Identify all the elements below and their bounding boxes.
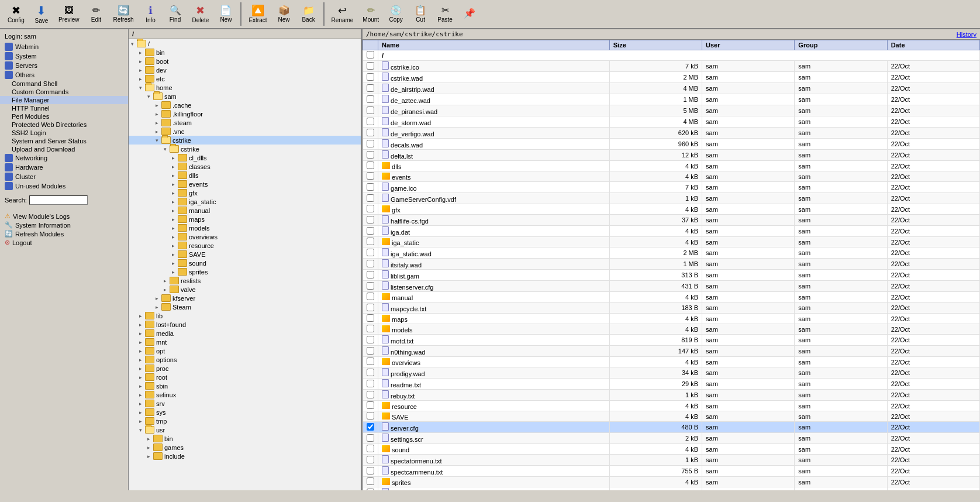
tree-item-lib[interactable]: ▸lib (129, 311, 361, 320)
col-name-header[interactable]: Name (378, 40, 610, 50)
table-row[interactable]: events 4 kB sam sam 22/Oct (363, 171, 980, 182)
row-checkbox[interactable] (367, 412, 374, 420)
cell-name[interactable]: de_aztec.wad (378, 94, 610, 105)
search-input[interactable] (29, 195, 88, 205)
table-row[interactable]: readme.txt 29 kB sam sam 22/Oct (363, 379, 980, 390)
cell-check[interactable] (363, 105, 378, 116)
cell-name[interactable]: sound (378, 444, 610, 455)
table-row[interactable]: decals.wad 960 kB sam sam 22/Oct (363, 139, 980, 150)
tree-item-sound[interactable]: ▸sound (129, 259, 361, 267)
cell-check[interactable] (363, 139, 378, 150)
delete-button[interactable]: ✖ Delete (188, 4, 213, 25)
cell-check[interactable] (363, 477, 378, 487)
row-checkbox[interactable] (367, 161, 374, 169)
sidebar-item-logout[interactable]: ⊗ Logout (0, 238, 128, 247)
cell-name[interactable]: iga_static (378, 237, 610, 247)
tree-item-dlls[interactable]: ▸dlls (129, 171, 361, 180)
tree-item-sbin[interactable]: ▸sbin (129, 381, 361, 390)
cell-name[interactable]: maps (378, 314, 610, 324)
tree-item--[interactable]: ▾/ (129, 39, 361, 48)
table-row[interactable]: cstrike.wad 2 MB sam sam 22/Oct (363, 72, 980, 83)
cell-check[interactable] (363, 226, 378, 237)
cell-name[interactable]: prodigy.wad (378, 367, 610, 379)
tree-item-mnt[interactable]: ▸mnt (129, 338, 361, 346)
sidebar-item-ssh2-login[interactable]: SSH2 Login (0, 129, 128, 137)
row-checkbox[interactable] (367, 282, 374, 290)
tree-item-usr[interactable]: ▾usr (129, 425, 361, 434)
row-checkbox[interactable] (367, 336, 374, 343)
new-file-button[interactable]: 📄 New (214, 4, 237, 25)
paste-button[interactable]: 📌 (458, 7, 481, 21)
row-checkbox[interactable] (367, 293, 374, 300)
row-checkbox[interactable] (367, 140, 374, 147)
tree-item-bin[interactable]: ▸bin (129, 48, 361, 57)
sidebar-item-cluster[interactable]: Cluster (0, 172, 128, 181)
table-row[interactable]: SAVE 4 kB sam sam 22/Oct (363, 411, 980, 422)
col-check[interactable] (363, 40, 378, 50)
row-checkbox[interactable] (367, 477, 374, 485)
row-checkbox[interactable] (367, 423, 374, 431)
cell-check[interactable] (363, 83, 378, 94)
sidebar-item-networking[interactable]: Networking (0, 153, 128, 163)
col-user-header[interactable]: User (702, 40, 795, 50)
cell-name[interactable]: GameServerConfig.vdf (378, 193, 610, 204)
row-checkbox[interactable] (367, 271, 374, 278)
copy-button[interactable]: 📋 Cut (409, 4, 432, 25)
col-size-header[interactable]: Size (609, 40, 702, 50)
table-row[interactable]: spectcammenu.txt 755 B sam sam 22/Oct (363, 466, 980, 477)
sidebar-item-system-info[interactable]: 🔧 System Information (0, 221, 128, 229)
table-row[interactable]: models 4 kB sam sam 22/Oct (363, 324, 980, 335)
table-row[interactable]: de_piranesi.wad 5 MB sam sam 22/Oct (363, 105, 980, 116)
cell-name[interactable]: de_storm.wad (378, 116, 610, 128)
cell-check[interactable] (363, 171, 378, 182)
cell-name[interactable]: settings.scr (378, 433, 610, 444)
cell-check[interactable] (363, 182, 378, 193)
cell-name[interactable]: de_piranesi.wad (378, 105, 610, 116)
cell-name[interactable]: cstrike.wad (378, 72, 610, 83)
tree-item-cl-dlls[interactable]: ▸cl_dlls (129, 153, 361, 162)
sidebar-item-upload-download[interactable]: Upload and Download (0, 145, 128, 153)
table-row[interactable]: resource 4 kB sam sam 22/Oct (363, 401, 980, 411)
tree-item-sam[interactable]: ▾sam (129, 92, 361, 101)
cell-name[interactable]: spectcammenu.txt (378, 466, 610, 477)
cell-name[interactable]: rebuy.txt (378, 390, 610, 401)
cell-check[interactable] (363, 237, 378, 247)
refresh-button[interactable]: 🔄 Refresh (109, 4, 137, 25)
tree-item-cstrike[interactable]: ▾cstrike (129, 145, 361, 153)
tree-item-maps[interactable]: ▸maps (129, 215, 361, 224)
table-row[interactable]: sound 4 kB sam sam 22/Oct (363, 444, 980, 455)
table-row[interactable]: manual 4 kB sam sam 22/Oct (363, 292, 980, 302)
tree-item-home[interactable]: ▾home (129, 83, 361, 92)
cell-name[interactable]: events (378, 171, 610, 182)
tree-item-cstrike[interactable]: ▾cstrike (129, 136, 361, 145)
row-checkbox[interactable] (367, 434, 374, 442)
cell-name[interactable]: de_vertigo.wad (378, 128, 610, 139)
table-row[interactable]: dlls 4 kB sam sam 22/Oct (363, 161, 980, 171)
cell-check[interactable] (363, 247, 378, 259)
cell-name[interactable]: liblist.gam (378, 270, 610, 281)
upload-button[interactable]: 🔼 Extract (244, 4, 271, 25)
mount-button[interactable]: 💿 Copy (384, 4, 408, 25)
table-row[interactable]: itsitaly.wad 1 MB sam sam 22/Oct (363, 259, 980, 270)
cell-name[interactable]: dlls (378, 161, 610, 171)
back-button[interactable]: ↩ Rename (327, 4, 358, 25)
sidebar-item-system[interactable]: System (0, 51, 128, 61)
tree-item-events[interactable]: ▸events (129, 180, 361, 188)
cell-check[interactable] (363, 411, 378, 422)
row-checkbox[interactable] (367, 183, 374, 191)
tree-item-models[interactable]: ▸models (129, 224, 361, 232)
tree-item-manual[interactable]: ▸manual (129, 206, 361, 215)
table-row[interactable]: de_aztec.wad 1 MB sam sam 22/Oct (363, 94, 980, 105)
new-folder-button[interactable]: 📁 Back (297, 4, 320, 25)
cell-check[interactable] (363, 433, 378, 444)
cell-name[interactable]: n0thing.wad (378, 346, 610, 357)
row-checkbox[interactable] (367, 314, 374, 322)
cell-check[interactable] (363, 302, 378, 314)
tree-item-opt[interactable]: ▸opt (129, 346, 361, 355)
cell-check[interactable] (363, 270, 378, 281)
cell-check[interactable] (363, 314, 378, 324)
row-checkbox[interactable] (367, 216, 374, 224)
preview-button[interactable]: 🖼 Preview (54, 4, 84, 25)
table-row[interactable]: prodigy.wad 34 kB sam sam 22/Oct (363, 367, 980, 379)
sidebar-item-unused-modules[interactable]: Un-used Modules (0, 181, 128, 191)
